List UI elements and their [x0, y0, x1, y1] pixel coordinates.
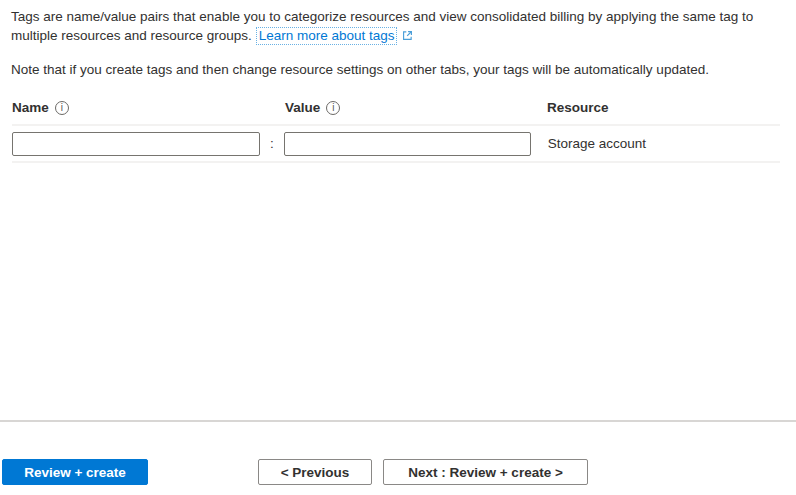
tags-description: Tags are name/value pairs that enable yo…	[11, 7, 780, 45]
tag-name-input[interactable]	[12, 132, 260, 156]
tags-table-header-row: Name i Value i Resource	[12, 100, 780, 126]
review-create-button[interactable]: Review + create	[2, 459, 148, 485]
learn-more-link[interactable]: Learn more about tags	[256, 28, 415, 43]
name-header-label: Name	[12, 100, 49, 115]
info-icon[interactable]: i	[55, 101, 69, 115]
next-review-create-button[interactable]: Next : Review + create >	[383, 459, 588, 485]
resource-column-header: Resource	[547, 100, 780, 115]
footer-divider	[0, 420, 796, 422]
external-link-icon	[401, 29, 414, 42]
learn-more-link-label: Learn more about tags	[256, 27, 398, 45]
tag-row: : Storage account	[12, 126, 780, 163]
name-value-separator: :	[270, 136, 274, 151]
info-icon[interactable]: i	[326, 101, 340, 115]
tags-table: Name i Value i Resource : Storage accoun…	[12, 100, 780, 163]
tag-resource-label: Storage account	[548, 136, 646, 151]
tag-value-cell	[284, 132, 531, 156]
name-column-header: Name i	[12, 100, 285, 115]
tags-note: Note that if you create tags and then ch…	[11, 60, 780, 79]
value-column-header: Value i	[285, 100, 547, 115]
tag-name-cell	[12, 132, 260, 156]
value-header-label: Value	[285, 100, 320, 115]
footer-actions: Review + create < Previous Next : Review…	[0, 459, 796, 486]
tag-value-input[interactable]	[284, 132, 531, 156]
previous-button[interactable]: < Previous	[258, 459, 372, 485]
tags-tab-content: Tags are name/value pairs that enable yo…	[0, 0, 796, 163]
